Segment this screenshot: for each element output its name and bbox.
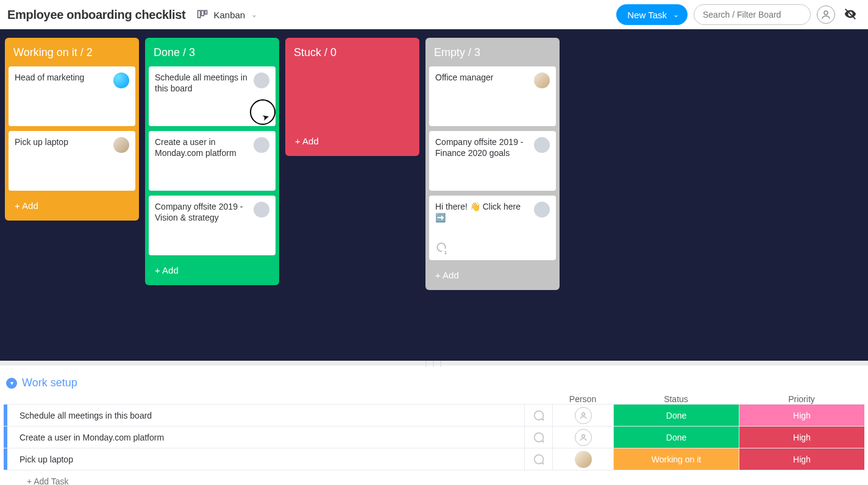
cell-name[interactable]: Schedule all meetings in this board bbox=[10, 405, 524, 426]
chat-icon[interactable]: 1 bbox=[435, 241, 447, 255]
group-color-stripe bbox=[4, 448, 7, 470]
svg-point-5 bbox=[582, 412, 585, 416]
kanban-card[interactable]: Company offsite 2019 - Finance 2020 goal… bbox=[429, 131, 556, 191]
search-input[interactable] bbox=[694, 4, 811, 25]
card-title: Pick up laptop bbox=[15, 137, 73, 148]
svg-point-3 bbox=[824, 11, 828, 15]
table-row[interactable]: Pick up laptop Working on it High bbox=[4, 448, 864, 470]
assignee-avatar[interactable] bbox=[254, 137, 269, 153]
chevron-down-icon: ⌄ bbox=[251, 10, 257, 19]
svg-rect-0 bbox=[198, 10, 201, 18]
column-working-on-it: Working on it / 2 Head of marketing Pick… bbox=[5, 38, 139, 221]
card-title: Schedule all meetings in this board bbox=[155, 73, 254, 94]
cell-name[interactable]: Pick up laptop bbox=[10, 448, 524, 470]
card-title: Office manager bbox=[435, 73, 498, 83]
assignee-avatar[interactable] bbox=[534, 73, 550, 88]
table-row[interactable]: Schedule all meetings in this board Done… bbox=[4, 404, 864, 426]
cell-person[interactable] bbox=[552, 427, 613, 448]
column-header: Done / 3 bbox=[149, 46, 276, 62]
column-header: Empty / 3 bbox=[429, 46, 556, 62]
column-header-priority[interactable]: Priority bbox=[739, 394, 864, 404]
group-color-stripe bbox=[4, 427, 7, 448]
cell-priority[interactable]: High bbox=[739, 405, 864, 426]
assignee-avatar[interactable] bbox=[113, 137, 129, 153]
assignee-avatar[interactable] bbox=[254, 73, 269, 88]
user-avatar-button[interactable] bbox=[817, 5, 835, 24]
add-card-button[interactable]: + Add bbox=[429, 265, 556, 284]
card-title: Create a user in Monday.com platform bbox=[155, 137, 254, 158]
chevron-down-icon: ⌄ bbox=[673, 10, 679, 19]
add-card-button[interactable]: + Add bbox=[149, 260, 276, 279]
person-icon bbox=[575, 407, 592, 424]
kanban-card[interactable]: Create a user in Monday.com platform bbox=[149, 131, 276, 191]
cell-person[interactable] bbox=[552, 448, 613, 470]
new-task-label: New Task bbox=[627, 10, 667, 20]
assignee-avatar[interactable] bbox=[534, 202, 550, 218]
column-header: Working on it / 2 bbox=[9, 46, 135, 62]
card-title: Head of marketing bbox=[15, 73, 89, 83]
group-color-stripe bbox=[4, 405, 7, 426]
kanban-card[interactable]: Office manager bbox=[429, 66, 556, 126]
cell-name[interactable]: Create a user in Monday.com platform bbox=[10, 427, 524, 448]
view-switcher[interactable]: Kanban ⌄ bbox=[196, 9, 257, 21]
table-row[interactable]: Create a user in Monday.com platform Don… bbox=[4, 426, 864, 448]
collapse-toggle-icon[interactable]: ▾ bbox=[6, 378, 17, 389]
kanban-card[interactable]: Hi there! 👋 Click here ➡️ 1 bbox=[429, 196, 556, 260]
assignee-avatar[interactable] bbox=[113, 73, 129, 88]
cell-priority[interactable]: High bbox=[739, 427, 864, 448]
kanban-card[interactable]: Pick up laptop bbox=[9, 131, 135, 191]
card-title: Company offsite 2019 - Vision & strategy bbox=[155, 202, 254, 223]
column-header-person[interactable]: Person bbox=[552, 394, 613, 404]
column-header: Stuck / 0 bbox=[289, 46, 416, 62]
person-icon bbox=[820, 9, 831, 20]
svg-rect-2 bbox=[205, 10, 207, 14]
assignee-avatar bbox=[575, 451, 592, 468]
chat-icon[interactable] bbox=[524, 405, 552, 426]
card-title: Company offsite 2019 - Finance 2020 goal… bbox=[435, 137, 534, 158]
column-header-status[interactable]: Status bbox=[613, 394, 739, 404]
group-title: Work setup bbox=[22, 377, 77, 389]
add-task-input[interactable] bbox=[10, 476, 864, 486]
unread-badge: 1 bbox=[442, 249, 449, 256]
kanban-icon bbox=[196, 9, 208, 21]
kanban-card[interactable]: Head of marketing bbox=[9, 66, 135, 126]
new-task-button[interactable]: New Task ⌄ bbox=[616, 4, 688, 25]
assignee-avatar[interactable] bbox=[254, 202, 269, 218]
chat-icon[interactable] bbox=[524, 427, 552, 448]
kanban-board: Working on it / 2 Head of marketing Pick… bbox=[0, 29, 868, 361]
person-icon bbox=[575, 429, 592, 446]
chat-icon[interactable] bbox=[524, 448, 552, 470]
table-panel: ▾ Work setup Person Status Priority Sche… bbox=[0, 366, 868, 485]
kanban-card[interactable]: Schedule all meetings in this board bbox=[149, 66, 276, 126]
cell-person[interactable] bbox=[552, 405, 613, 426]
column-empty: Empty / 3 Office manager Company offsite… bbox=[425, 38, 560, 290]
board-title: Employee onboarding checklist bbox=[7, 8, 185, 22]
cell-status[interactable]: Done bbox=[613, 405, 739, 426]
add-card-button[interactable]: + Add bbox=[289, 131, 416, 150]
cell-status[interactable]: Done bbox=[613, 427, 739, 448]
column-done: Done / 3 Schedule all meetings in this b… bbox=[145, 38, 279, 285]
table-header-row: Person Status Priority bbox=[4, 394, 864, 404]
group-header[interactable]: ▾ Work setup bbox=[4, 370, 864, 394]
svg-point-6 bbox=[582, 434, 585, 437]
svg-rect-1 bbox=[202, 10, 204, 15]
card-title: Hi there! 👋 Click here ➡️ bbox=[435, 202, 534, 223]
panel-resize-handle[interactable]: ⋮⋮⋮ bbox=[0, 361, 868, 366]
column-stuck: Stuck / 0 + Add bbox=[285, 38, 419, 156]
eye-off-icon bbox=[844, 7, 857, 21]
cell-status[interactable]: Working on it bbox=[613, 448, 739, 470]
header-bar: Employee onboarding checklist Kanban ⌄ N… bbox=[0, 0, 868, 29]
assignee-avatar[interactable] bbox=[534, 137, 550, 153]
add-card-button[interactable]: + Add bbox=[9, 196, 135, 214]
cell-priority[interactable]: High bbox=[739, 448, 864, 470]
kanban-card[interactable]: Company offsite 2019 - Vision & strategy bbox=[149, 196, 276, 255]
add-task-row[interactable] bbox=[4, 470, 864, 485]
visibility-toggle[interactable] bbox=[844, 7, 857, 23]
view-label: Kanban bbox=[213, 10, 245, 20]
